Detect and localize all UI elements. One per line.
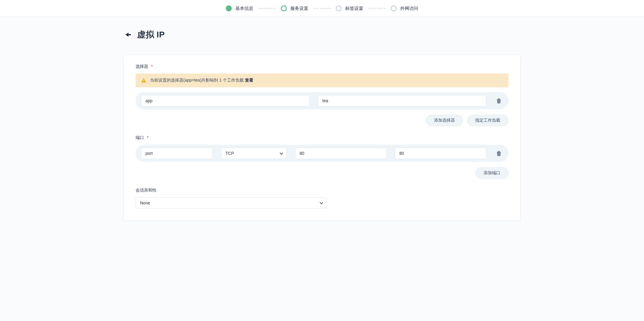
port-name-col: [141, 148, 213, 159]
delete-selector-button[interactable]: [495, 98, 503, 104]
svg-rect-0: [143, 80, 144, 81]
title-row: 虚拟 IP: [123, 29, 521, 40]
back-arrow-icon[interactable]: [125, 32, 132, 38]
specify-workload-button[interactable]: 指定工作负载: [467, 115, 508, 126]
step-service-settings[interactable]: 服务设置: [281, 5, 308, 11]
form-card: 选择器 * 当前设置的选择器(app=tea)共影响到 1 个工作负载 查看: [123, 55, 521, 221]
step-label: 外网访问: [400, 6, 418, 11]
required-mark: *: [147, 135, 148, 140]
add-port-button[interactable]: 添加端口: [476, 167, 508, 179]
session-affinity-select-wrap: [136, 197, 327, 209]
trash-icon: [496, 98, 502, 104]
step-external-access[interactable]: 外网访问: [391, 5, 418, 11]
selector-label-text: 选择器: [136, 64, 148, 69]
step-separator: [369, 8, 385, 9]
session-affinity-select[interactable]: [136, 197, 327, 209]
steps-header: 基本信息 服务设置 标签设置 外网访问: [0, 0, 644, 17]
session-affinity-label: 会话亲和性: [136, 188, 508, 193]
selector-row: [136, 92, 508, 109]
banner-text: 当前设置的选择器(app=tea)共影响到 1 个工作负载 查看: [150, 78, 253, 83]
step-dot-active-icon: [281, 5, 287, 11]
step-dot-pending-icon: [336, 5, 342, 11]
trash-icon: [496, 150, 502, 156]
step-separator: [314, 8, 330, 9]
svg-rect-1: [143, 81, 144, 82]
port-actions: 添加端口: [136, 167, 508, 179]
selector-key-col: [141, 95, 309, 106]
page-body: 虚拟 IP 选择器 * 当前设置的选择器(app=tea)共影响到 1 个工作负…: [123, 17, 521, 239]
banner-view-link[interactable]: 查看: [245, 78, 253, 82]
target-port-input[interactable]: [395, 148, 486, 159]
selector-value-col: [318, 95, 486, 106]
required-mark: *: [151, 64, 153, 69]
port-protocol-col: [221, 148, 287, 159]
step-dot-done-icon: [226, 5, 232, 11]
step-label: 服务设置: [290, 6, 308, 11]
port-protocol-select-wrap: [221, 148, 287, 159]
step-separator: [259, 8, 275, 9]
page-title: 虚拟 IP: [137, 29, 165, 40]
steps: 基本信息 服务设置 标签设置 外网访问: [226, 5, 418, 11]
step-label: 基本信息: [235, 6, 253, 11]
target-port-col: [395, 148, 486, 159]
port-protocol-select[interactable]: [221, 148, 287, 159]
port-input[interactable]: [295, 148, 387, 159]
warning-triangle-icon: [141, 78, 146, 83]
port-row: [136, 145, 508, 162]
banner-message: 当前设置的选择器(app=tea)共影响到 1 个工作负载: [150, 78, 244, 82]
selector-actions: 添加选择器 指定工作负载: [136, 115, 508, 126]
step-basic-info[interactable]: 基本信息: [226, 5, 253, 11]
ports-label-text: 端口: [136, 135, 144, 140]
add-selector-button[interactable]: 添加选择器: [426, 115, 463, 126]
selector-label: 选择器 *: [136, 64, 508, 69]
selector-warning-banner: 当前设置的选择器(app=tea)共影响到 1 个工作负载 查看: [136, 74, 508, 87]
port-col: [295, 148, 387, 159]
step-dot-pending-icon: [391, 5, 397, 11]
port-name-input[interactable]: [141, 148, 213, 159]
selector-key-input[interactable]: [141, 95, 309, 106]
selector-value-input[interactable]: [318, 95, 486, 106]
ports-label: 端口 *: [136, 135, 508, 140]
step-label-settings[interactable]: 标签设置: [336, 5, 363, 11]
step-label: 标签设置: [345, 6, 363, 11]
delete-port-button[interactable]: [495, 150, 503, 156]
